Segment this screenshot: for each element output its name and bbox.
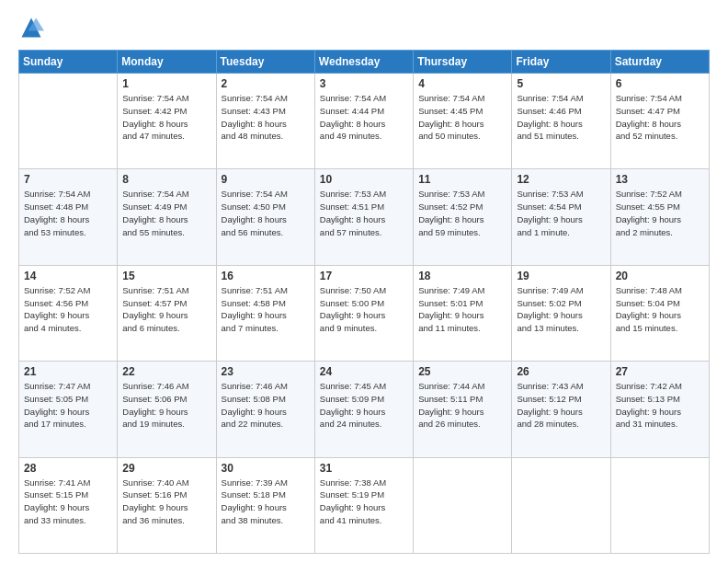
calendar-cell: 28Sunrise: 7:41 AM Sunset: 5:15 PM Dayli… [19,457,118,553]
calendar-table: SundayMondayTuesdayWednesdayThursdayFrid… [18,50,710,554]
day-number: 26 [517,365,605,378]
calendar-header-monday: Monday [118,51,216,74]
day-number: 28 [24,462,112,475]
calendar-cell: 15Sunrise: 7:51 AM Sunset: 4:57 PM Dayli… [118,265,216,361]
day-number: 23 [222,365,310,378]
calendar-cell: 20Sunrise: 7:48 AM Sunset: 5:04 PM Dayli… [610,265,709,361]
day-info: Sunrise: 7:45 AM Sunset: 5:09 PM Dayligh… [320,380,408,431]
calendar-cell [19,74,118,169]
calendar-cell: 7Sunrise: 7:54 AM Sunset: 4:48 PM Daylig… [19,169,118,265]
day-number: 14 [24,270,112,282]
day-number: 5 [517,77,605,90]
day-number: 31 [320,462,408,475]
day-number: 7 [24,173,112,186]
day-info: Sunrise: 7:43 AM Sunset: 5:12 PM Dayligh… [517,380,605,431]
day-info: Sunrise: 7:49 AM Sunset: 5:01 PM Dayligh… [418,284,506,335]
day-info: Sunrise: 7:52 AM Sunset: 4:55 PM Dayligh… [616,188,704,238]
calendar-cell: 12Sunrise: 7:53 AM Sunset: 4:54 PM Dayli… [512,169,610,265]
day-number: 12 [517,173,605,186]
day-number: 10 [320,173,408,186]
calendar-week-2: 14Sunrise: 7:52 AM Sunset: 4:56 PM Dayli… [19,265,710,361]
day-info: Sunrise: 7:52 AM Sunset: 4:56 PM Dayligh… [24,284,112,335]
day-number: 13 [616,173,704,186]
calendar-cell: 1Sunrise: 7:54 AM Sunset: 4:42 PM Daylig… [118,74,216,169]
day-number: 4 [418,77,506,90]
day-info: Sunrise: 7:46 AM Sunset: 5:08 PM Dayligh… [222,380,310,431]
calendar-cell: 25Sunrise: 7:44 AM Sunset: 5:11 PM Dayli… [414,362,512,457]
day-info: Sunrise: 7:51 AM Sunset: 4:57 PM Dayligh… [122,284,210,335]
day-number: 29 [122,462,210,475]
calendar-cell: 8Sunrise: 7:54 AM Sunset: 4:49 PM Daylig… [118,169,216,265]
calendar-week-1: 7Sunrise: 7:54 AM Sunset: 4:48 PM Daylig… [19,169,710,265]
day-number: 16 [222,270,310,282]
day-info: Sunrise: 7:51 AM Sunset: 4:58 PM Dayligh… [222,284,310,335]
day-info: Sunrise: 7:42 AM Sunset: 5:13 PM Dayligh… [616,380,704,431]
calendar-cell: 19Sunrise: 7:49 AM Sunset: 5:02 PM Dayli… [512,265,610,361]
day-number: 11 [418,173,506,186]
day-info: Sunrise: 7:54 AM Sunset: 4:46 PM Dayligh… [517,92,605,143]
calendar-cell: 6Sunrise: 7:54 AM Sunset: 4:47 PM Daylig… [610,74,709,169]
calendar-cell: 16Sunrise: 7:51 AM Sunset: 4:58 PM Dayli… [216,265,314,361]
calendar-header-sunday: Sunday [19,51,118,74]
calendar-header-tuesday: Tuesday [216,51,314,74]
day-number: 20 [616,270,704,282]
day-info: Sunrise: 7:49 AM Sunset: 5:02 PM Dayligh… [517,284,605,335]
day-info: Sunrise: 7:46 AM Sunset: 5:06 PM Dayligh… [122,380,210,431]
day-number: 6 [616,77,704,90]
logo-icon [18,15,44,40]
calendar-cell: 27Sunrise: 7:42 AM Sunset: 5:13 PM Dayli… [610,362,709,457]
day-number: 15 [122,270,210,282]
calendar-cell: 18Sunrise: 7:49 AM Sunset: 5:01 PM Dayli… [414,265,512,361]
day-number: 24 [320,365,408,378]
day-info: Sunrise: 7:54 AM Sunset: 4:42 PM Dayligh… [122,92,210,143]
calendar-cell: 26Sunrise: 7:43 AM Sunset: 5:12 PM Dayli… [512,362,610,457]
day-number: 8 [122,173,210,186]
header [18,15,710,40]
day-info: Sunrise: 7:40 AM Sunset: 5:16 PM Dayligh… [122,477,210,527]
calendar-cell: 9Sunrise: 7:54 AM Sunset: 4:50 PM Daylig… [216,169,314,265]
day-number: 25 [418,365,506,378]
calendar-cell: 21Sunrise: 7:47 AM Sunset: 5:05 PM Dayli… [19,362,118,457]
calendar-cell: 30Sunrise: 7:39 AM Sunset: 5:18 PM Dayli… [216,457,314,553]
calendar-header-thursday: Thursday [414,51,512,74]
calendar-cell [512,457,610,553]
page: SundayMondayTuesdayWednesdayThursdayFrid… [0,0,728,563]
calendar-header-row: SundayMondayTuesdayWednesdayThursdayFrid… [19,51,710,74]
day-info: Sunrise: 7:53 AM Sunset: 4:54 PM Dayligh… [517,188,605,238]
day-info: Sunrise: 7:53 AM Sunset: 4:51 PM Dayligh… [320,188,408,238]
calendar-week-0: 1Sunrise: 7:54 AM Sunset: 4:42 PM Daylig… [19,74,710,169]
calendar-header-saturday: Saturday [610,51,709,74]
calendar-cell: 10Sunrise: 7:53 AM Sunset: 4:51 PM Dayli… [314,169,413,265]
calendar-cell: 22Sunrise: 7:46 AM Sunset: 5:06 PM Dayli… [118,362,216,457]
calendar-week-3: 21Sunrise: 7:47 AM Sunset: 5:05 PM Dayli… [19,362,710,457]
day-info: Sunrise: 7:54 AM Sunset: 4:48 PM Dayligh… [24,188,112,238]
calendar-cell [610,457,709,553]
calendar-cell: 31Sunrise: 7:38 AM Sunset: 5:19 PM Dayli… [314,457,413,553]
day-info: Sunrise: 7:39 AM Sunset: 5:18 PM Dayligh… [222,477,310,527]
calendar-cell: 4Sunrise: 7:54 AM Sunset: 4:45 PM Daylig… [414,74,512,169]
day-info: Sunrise: 7:38 AM Sunset: 5:19 PM Dayligh… [320,477,408,527]
day-info: Sunrise: 7:47 AM Sunset: 5:05 PM Dayligh… [24,380,112,431]
day-number: 3 [320,77,408,90]
calendar-cell [414,457,512,553]
calendar-cell: 3Sunrise: 7:54 AM Sunset: 4:44 PM Daylig… [314,74,413,169]
calendar-cell: 2Sunrise: 7:54 AM Sunset: 4:43 PM Daylig… [216,74,314,169]
day-number: 17 [320,270,408,282]
logo [18,15,48,40]
day-info: Sunrise: 7:44 AM Sunset: 5:11 PM Dayligh… [418,380,506,431]
day-number: 19 [517,270,605,282]
calendar-cell: 24Sunrise: 7:45 AM Sunset: 5:09 PM Dayli… [314,362,413,457]
calendar-header-wednesday: Wednesday [314,51,413,74]
day-info: Sunrise: 7:54 AM Sunset: 4:49 PM Dayligh… [122,188,210,238]
day-number: 9 [222,173,310,186]
day-info: Sunrise: 7:48 AM Sunset: 5:04 PM Dayligh… [616,284,704,335]
day-info: Sunrise: 7:54 AM Sunset: 4:47 PM Dayligh… [616,92,704,143]
day-number: 1 [122,77,210,90]
day-info: Sunrise: 7:50 AM Sunset: 5:00 PM Dayligh… [320,284,408,335]
day-number: 30 [222,462,310,475]
day-info: Sunrise: 7:41 AM Sunset: 5:15 PM Dayligh… [24,477,112,527]
calendar-cell: 11Sunrise: 7:53 AM Sunset: 4:52 PM Dayli… [414,169,512,265]
day-number: 22 [122,365,210,378]
day-number: 2 [222,77,310,90]
day-info: Sunrise: 7:53 AM Sunset: 4:52 PM Dayligh… [418,188,506,238]
